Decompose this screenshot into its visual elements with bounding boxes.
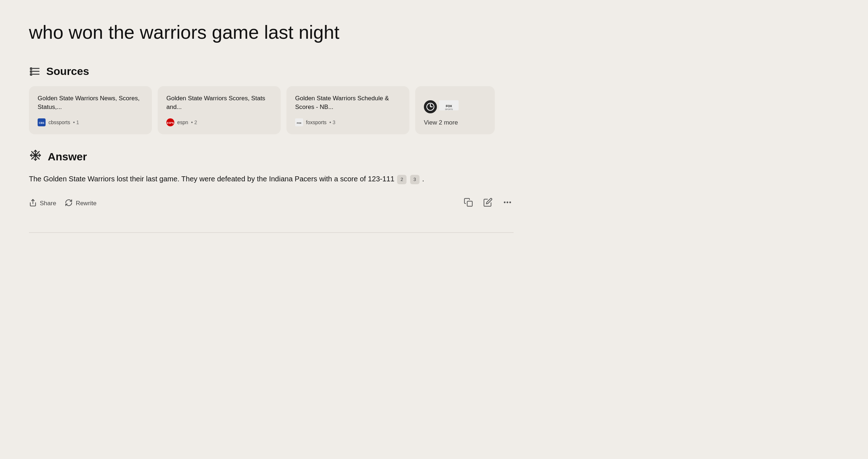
answer-header: Answer [29,149,514,164]
source-card-1-name: cbssports [48,119,70,125]
answer-text-after: . [422,175,424,183]
source-card-1[interactable]: Golden State Warriors News, Scores, Stat… [29,86,152,135]
answer-section: Answer The Golden State Warriors lost th… [29,149,514,211]
source-card-2-number: • 2 [191,119,197,125]
edit-button[interactable] [482,196,494,211]
view-more-logo-2: FOX SPORTS [439,100,459,110]
source-card-2-name: espn [177,119,188,125]
svg-text:FOX: FOX [446,104,452,108]
svg-rect-4 [30,71,32,72]
answer-text-before: The Golden State Warriors lost their las… [29,175,395,183]
svg-point-33 [504,202,505,203]
source-card-2-title: Golden State Warriors Scores, Stats and.… [166,94,272,111]
sources-title: Sources [46,65,89,77]
svg-point-35 [510,202,511,203]
action-buttons-right [462,196,514,211]
source-card-1-footer: CBS cbssports • 1 [38,118,143,126]
source-card-2[interactable]: Golden State Warriors Scores, Stats and.… [158,86,281,135]
share-icon [29,199,37,209]
source-card-3-number: • 3 [329,119,336,125]
share-button[interactable]: Share [29,197,56,210]
share-label: Share [40,200,56,207]
action-bar: Share Rewrite [29,196,514,211]
svg-text:FOX: FOX [297,122,301,124]
divider [29,232,514,233]
rewrite-label: Rewrite [76,200,97,207]
espn-logo: ESPN [166,118,174,126]
sources-section: Sources Golden State Warriors News, Scor… [29,65,514,135]
source-card-2-footer: ESPN espn • 2 [166,118,272,126]
page-title: who won the warriors game last night [29,22,514,43]
citation-badge-2[interactable]: 3 [410,175,420,184]
citation-badge-1[interactable]: 2 [397,175,407,184]
svg-rect-5 [30,73,32,75]
answer-title: Answer [48,151,87,163]
view-more-label: View 2 more [424,119,458,126]
source-card-1-number: • 1 [73,119,79,125]
more-button[interactable] [501,196,514,211]
svg-rect-3 [30,68,32,69]
view-more-logos: FOX SPORTS [424,100,459,113]
copy-button[interactable] [462,196,475,211]
source-card-3-footer: FOX foxsports • 3 [295,118,401,126]
source-card-3[interactable]: Golden State Warriors Schedule & Scores … [286,86,409,135]
answer-text: The Golden State Warriors lost their las… [29,173,499,185]
view-more-logo-1 [424,100,437,113]
svg-text:CBS: CBS [39,122,44,124]
source-card-3-title: Golden State Warriors Schedule & Scores … [295,94,401,111]
svg-text:SPORTS: SPORTS [445,108,453,110]
svg-rect-32 [467,201,472,206]
source-card-1-title: Golden State Warriors News, Scores, Stat… [38,94,143,111]
cbs-logo: CBS [38,118,46,126]
view-more-card[interactable]: FOX SPORTS View 2 more [415,86,495,135]
svg-point-34 [507,202,508,203]
perplexity-icon [29,149,42,164]
sources-icon [29,66,41,77]
source-card-3-name: foxsports [306,119,327,125]
sources-header: Sources [29,65,514,77]
rewrite-icon [65,199,73,209]
sources-grid: Golden State Warriors News, Scores, Stat… [29,86,514,135]
rewrite-button[interactable]: Rewrite [65,197,97,210]
fox-logo: FOX [295,118,303,126]
action-buttons-left: Share Rewrite [29,197,97,210]
svg-text:ESPN: ESPN [167,122,174,124]
